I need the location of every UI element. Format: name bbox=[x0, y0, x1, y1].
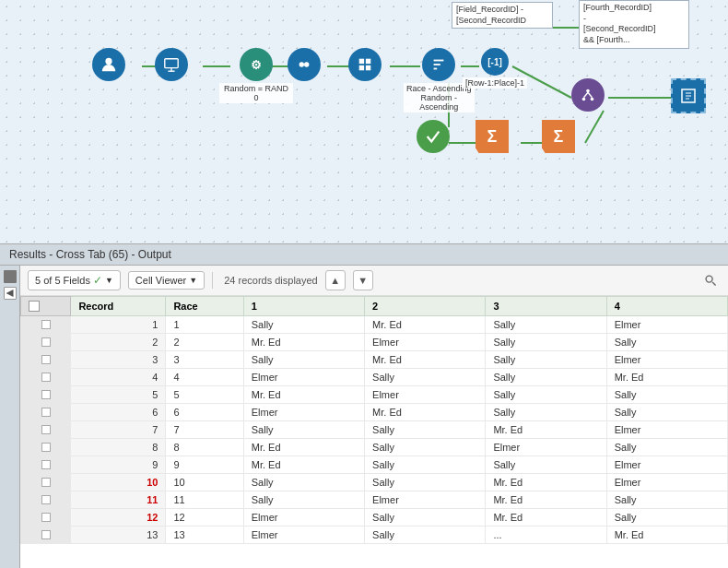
row-checkbox[interactable] bbox=[21, 421, 71, 439]
row-record-num: 2 bbox=[71, 334, 166, 351]
row-col2: Sally bbox=[365, 456, 486, 474]
row-checkbox[interactable] bbox=[21, 404, 71, 421]
node-filter[interactable] bbox=[417, 120, 450, 153]
search-button[interactable] bbox=[700, 270, 721, 290]
table-row[interactable]: 3 3 Sally Mr. Ed Sally Elmer bbox=[21, 351, 728, 369]
node-formula[interactable]: ⚙ Random = RAND 0 bbox=[219, 48, 293, 103]
row-col4: Sally bbox=[606, 404, 727, 421]
row-checkbox[interactable] bbox=[21, 334, 71, 351]
row-checkbox[interactable] bbox=[21, 456, 71, 474]
table-row[interactable]: 6 6 Elmer Mr. Ed Sally Sally bbox=[21, 404, 728, 421]
row-checkbox[interactable] bbox=[21, 474, 71, 491]
results-title: Results - Cross Tab (65) - Output bbox=[9, 248, 171, 261]
row-col1: Mr. Ed bbox=[243, 386, 364, 404]
scroll-up-button[interactable]: ▲ bbox=[325, 270, 346, 290]
row-col4: Mr. Ed bbox=[606, 527, 727, 544]
results-panel: Results - Cross Tab (65) - Output 5 of 5… bbox=[0, 244, 728, 568]
row-checkbox[interactable] bbox=[21, 527, 71, 544]
viewer-button[interactable]: Cell Viewer ▼ bbox=[128, 271, 205, 290]
table-row[interactable]: 9 9 Mr. Ed Sally Sally Elmer bbox=[21, 456, 728, 474]
sidebar-grid-icon[interactable] bbox=[4, 270, 17, 283]
table-row[interactable]: 5 5 Mr. Ed Elmer Sally Sally bbox=[21, 386, 728, 404]
node-tile[interactable]: [-1] [Row-1:Place]-1 bbox=[463, 48, 527, 89]
row-col4: Mr. Ed bbox=[606, 369, 727, 386]
table-row[interactable]: 10 10 Sally Sally Mr. Ed Elmer bbox=[21, 474, 728, 491]
row-race: 1 bbox=[166, 316, 243, 334]
table-row[interactable]: 7 7 Sally Sally Mr. Ed Elmer bbox=[21, 421, 728, 439]
col-header-race: Race bbox=[166, 297, 243, 316]
fields-label: 5 of 5 Fields bbox=[35, 275, 90, 286]
table-row[interactable]: 2 2 Mr. Ed Elmer Sally Sally bbox=[21, 334, 728, 351]
svg-point-19 bbox=[304, 62, 309, 66]
row-col3: Sally bbox=[486, 386, 606, 404]
svg-line-11 bbox=[585, 111, 604, 143]
row-record-num: 13 bbox=[71, 527, 166, 544]
row-checkbox[interactable] bbox=[21, 439, 71, 456]
table-row[interactable]: 12 12 Elmer Sally Mr. Ed Sally bbox=[21, 509, 728, 527]
svg-point-29 bbox=[591, 98, 594, 101]
svg-text:⚙: ⚙ bbox=[251, 59, 262, 72]
node-sample[interactable] bbox=[348, 48, 382, 81]
workflow-canvas[interactable]: [Field_RecordID] -[Second_RecordID [Four… bbox=[0, 0, 728, 244]
row-col3: ... bbox=[486, 527, 606, 544]
svg-rect-23 bbox=[366, 65, 370, 70]
row-record-num: 12 bbox=[71, 509, 166, 527]
row-col4: Sally bbox=[606, 386, 727, 404]
results-header: Results - Cross Tab (65) - Output bbox=[0, 244, 728, 266]
sidebar-row-icon[interactable] bbox=[4, 287, 17, 300]
col-header-checkbox bbox=[21, 297, 71, 316]
row-col1: Elmer bbox=[243, 369, 364, 386]
node-multirow[interactable] bbox=[288, 48, 321, 81]
row-checkbox[interactable] bbox=[21, 369, 71, 386]
row-checkbox[interactable] bbox=[21, 491, 71, 509]
table-row[interactable]: 8 8 Mr. Ed Sally Elmer Sally bbox=[21, 439, 728, 456]
node-summarize2[interactable]: Σ bbox=[542, 120, 575, 153]
table-row[interactable]: 4 4 Elmer Sally Sally Mr. Ed bbox=[21, 369, 728, 386]
row-col3: Sally bbox=[486, 456, 606, 474]
row-col4: Elmer bbox=[606, 474, 727, 491]
row-col2: Sally bbox=[365, 439, 486, 456]
records-count: 24 records displayed bbox=[224, 275, 318, 286]
data-table-wrap[interactable]: Record Race 1 2 3 4 1 1 Sally Mr. Ed bbox=[20, 296, 728, 568]
row-race: 6 bbox=[166, 404, 243, 421]
formula-box-1: [Field_RecordID] -[Second_RecordID bbox=[452, 2, 553, 29]
node-join[interactable] bbox=[571, 78, 605, 112]
table-row[interactable]: 13 13 Elmer Sally ... Mr. Ed bbox=[21, 527, 728, 544]
row-col1: Sally bbox=[243, 351, 364, 369]
row-checkbox[interactable] bbox=[21, 509, 71, 527]
row-record-num: 7 bbox=[71, 421, 166, 439]
node-output[interactable] bbox=[671, 78, 706, 113]
row-race: 9 bbox=[166, 456, 243, 474]
scroll-down-button[interactable]: ▼ bbox=[353, 270, 373, 290]
svg-line-30 bbox=[584, 92, 589, 97]
table-row[interactable]: 11 11 Sally Elmer Mr. Ed Sally bbox=[21, 491, 728, 509]
svg-rect-20 bbox=[359, 59, 364, 64]
row-col3: Sally bbox=[486, 404, 606, 421]
col-header-4: 4 bbox=[606, 297, 727, 316]
row-checkbox[interactable] bbox=[21, 386, 71, 404]
row-record-num: 3 bbox=[71, 351, 166, 369]
svg-line-31 bbox=[588, 92, 593, 97]
node-input[interactable] bbox=[92, 48, 125, 81]
row-race: 4 bbox=[166, 369, 243, 386]
table-row[interactable]: 1 1 Sally Mr. Ed Sally Elmer bbox=[21, 316, 728, 334]
row-col1: Mr. Ed bbox=[243, 439, 364, 456]
row-record-num: 4 bbox=[71, 369, 166, 386]
row-record-num: 10 bbox=[71, 474, 166, 491]
formula-box-2: [Fourth_RecordID]-[Second_RecordID]&& [F… bbox=[579, 0, 689, 49]
row-col2: Mr. Ed bbox=[365, 351, 486, 369]
row-checkbox[interactable] bbox=[21, 351, 71, 369]
row-checkbox[interactable] bbox=[21, 316, 71, 334]
fields-button[interactable]: 5 of 5 Fields ✓ ▼ bbox=[28, 270, 121, 290]
row-col2: Elmer bbox=[365, 334, 486, 351]
row-record-num: 8 bbox=[71, 439, 166, 456]
node-summarize1[interactable]: Σ bbox=[476, 120, 509, 153]
node-input-data[interactable] bbox=[155, 48, 188, 81]
row-race: 11 bbox=[166, 491, 243, 509]
row-col1: Sally bbox=[243, 491, 364, 509]
row-race: 12 bbox=[166, 509, 243, 527]
svg-rect-14 bbox=[165, 59, 178, 68]
svg-point-13 bbox=[105, 58, 112, 65]
node-tile-label: [Row-1:Place]-1 bbox=[463, 77, 527, 89]
node-formula-label: Random = RAND 0 bbox=[219, 83, 293, 103]
